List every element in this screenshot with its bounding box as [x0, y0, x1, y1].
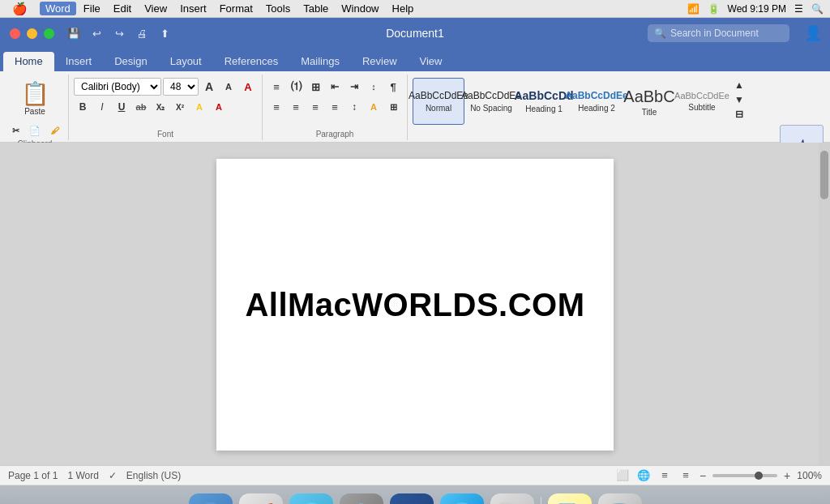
underline-button[interactable]: U: [113, 98, 130, 116]
redo-icon[interactable]: ↪: [110, 24, 128, 42]
font-name-select[interactable]: Calibri (Body): [74, 78, 161, 96]
view-outline-icon[interactable]: ≡: [657, 468, 672, 483]
menu-help[interactable]: Help: [387, 2, 420, 15]
language[interactable]: English (US): [126, 470, 181, 481]
font-color-button[interactable]: A: [210, 98, 228, 116]
shading-button[interactable]: A: [365, 98, 383, 116]
numbering-button[interactable]: ⑴: [287, 78, 305, 96]
share-icon[interactable]: ⬆: [156, 24, 173, 42]
subscript-button[interactable]: X₂: [152, 98, 169, 116]
text-highlight-button[interactable]: A: [190, 98, 208, 116]
styles-scroll-up[interactable]: ▲: [730, 78, 748, 92]
clipboard-section: 📋 Paste ✂ 📄 🖌 Clipboard: [2, 75, 69, 140]
ribbon-tabs: Home Insert Design Layout References Mai…: [0, 49, 830, 71]
scrollbar-thumb[interactable]: [820, 151, 828, 199]
dock-item-settings[interactable]: ⚙️: [340, 493, 383, 504]
menu-table[interactable]: Table: [297, 2, 334, 15]
font-size-increase-button[interactable]: A: [200, 78, 218, 96]
style-title[interactable]: AaBbC Title: [623, 78, 675, 125]
styles-scroll-down[interactable]: ▼: [730, 92, 748, 107]
control-icon[interactable]: ☰: [794, 3, 803, 15]
apple-menu-icon[interactable]: 🍎: [6, 1, 33, 17]
align-left-button[interactable]: ≡: [267, 98, 285, 116]
font-label: Font: [157, 130, 173, 140]
zoom-slider[interactable]: [712, 474, 777, 477]
format-painter-button[interactable]: 🖌: [45, 122, 63, 139]
dock-item-word[interactable]: W: [390, 493, 434, 504]
dock-item-dvd[interactable]: [490, 493, 534, 504]
search-icon[interactable]: 🔍: [811, 3, 824, 15]
zoom-in-icon[interactable]: +: [784, 469, 790, 482]
menu-tools[interactable]: Tools: [260, 2, 296, 15]
tab-mailings[interactable]: Mailings: [289, 52, 351, 71]
sort-button[interactable]: ↕: [365, 78, 383, 96]
maximize-button[interactable]: [44, 28, 54, 39]
style-normal[interactable]: AaBbCcDdEe Normal: [413, 78, 464, 125]
view-draft-icon[interactable]: ≡: [678, 468, 693, 483]
strikethrough-button[interactable]: ab: [132, 98, 150, 116]
minimize-button[interactable]: [27, 28, 37, 39]
style-normal-preview: AaBbCcDdEe: [409, 90, 468, 101]
dock-item-trash[interactable]: 🗑️: [598, 493, 642, 504]
line-spacing-button[interactable]: ↕: [345, 98, 363, 116]
tab-layout[interactable]: Layout: [159, 52, 213, 71]
vertical-scrollbar[interactable]: [819, 143, 830, 465]
dock-item-appstore[interactable]: A: [440, 493, 484, 504]
multilevel-list-button[interactable]: ⊞: [306, 78, 324, 96]
italic-button[interactable]: I: [93, 98, 111, 116]
statusbar-right: ⬜ 🌐 ≡ ≡ − + 100%: [615, 468, 822, 483]
decrease-indent-button[interactable]: ⇤: [326, 78, 344, 96]
menu-insert[interactable]: Insert: [174, 2, 212, 15]
style-heading2[interactable]: AaBbCcDdEe Heading 2: [571, 78, 622, 125]
user-icon[interactable]: 👤: [804, 24, 822, 42]
superscript-button[interactable]: X²: [171, 98, 189, 116]
search-box[interactable]: 🔍 Search in Document: [648, 24, 789, 42]
tab-design[interactable]: Design: [103, 52, 158, 71]
document-content[interactable]: AllMacWORLDS.COM: [245, 287, 584, 323]
print-icon[interactable]: 🖨: [133, 24, 151, 42]
borders-button[interactable]: ⊞: [384, 98, 402, 116]
font-size-select[interactable]: 48: [163, 78, 199, 96]
menu-word[interactable]: Word: [40, 2, 76, 15]
tab-references[interactable]: References: [213, 52, 289, 71]
dock-item-launchpad[interactable]: 🚀: [239, 493, 283, 504]
menu-view[interactable]: View: [139, 2, 173, 15]
align-right-button[interactable]: ≡: [306, 98, 324, 116]
clear-format-button[interactable]: A: [239, 78, 257, 96]
paste-button[interactable]: 📋 Paste: [16, 76, 53, 120]
view-print-icon[interactable]: ⬜: [615, 468, 630, 483]
dock-item-safari[interactable]: [289, 493, 333, 504]
menu-window[interactable]: Window: [336, 2, 384, 15]
document-page[interactable]: AllMacWORLDS.COM: [216, 159, 614, 451]
justify-button[interactable]: ≡: [326, 98, 344, 116]
undo-icon[interactable]: ↩: [88, 24, 105, 42]
style-no-spacing[interactable]: AaBbCcDdEe No Spacing: [465, 78, 517, 125]
show-hide-button[interactable]: ¶: [384, 78, 402, 96]
tab-home[interactable]: Home: [3, 52, 54, 71]
save-icon[interactable]: 💾: [65, 24, 83, 42]
copy-button[interactable]: 📄: [26, 122, 44, 139]
style-heading1[interactable]: AaBbCcDd Heading 1: [518, 78, 570, 125]
tab-insert[interactable]: Insert: [54, 52, 104, 71]
zoom-out-icon[interactable]: −: [700, 469, 706, 482]
menu-edit[interactable]: Edit: [108, 2, 137, 15]
cut-button[interactable]: ✂: [6, 122, 24, 139]
document-area[interactable]: AllMacWORLDS.COM: [0, 143, 830, 465]
dock-item-notes[interactable]: 📄: [548, 493, 592, 504]
bullets-button[interactable]: ≡: [267, 78, 285, 96]
proofing-icon[interactable]: ✓: [109, 470, 117, 481]
menu-format[interactable]: Format: [214, 2, 259, 15]
close-button[interactable]: [10, 28, 20, 39]
zoom-thumb[interactable]: [755, 472, 763, 480]
menu-file[interactable]: File: [78, 2, 106, 15]
styles-more[interactable]: ⊟: [730, 107, 748, 122]
view-web-icon[interactable]: 🌐: [636, 468, 651, 483]
align-center-button[interactable]: ≡: [287, 98, 305, 116]
tab-review[interactable]: Review: [351, 52, 409, 71]
bold-button[interactable]: B: [74, 98, 92, 116]
font-size-decrease-button[interactable]: A: [220, 78, 237, 96]
tab-view[interactable]: View: [409, 52, 454, 71]
style-subtitle[interactable]: AaBbCcDdEe Subtitle: [676, 78, 728, 125]
increase-indent-button[interactable]: ⇥: [345, 78, 363, 96]
dock-item-finder[interactable]: [189, 493, 233, 504]
